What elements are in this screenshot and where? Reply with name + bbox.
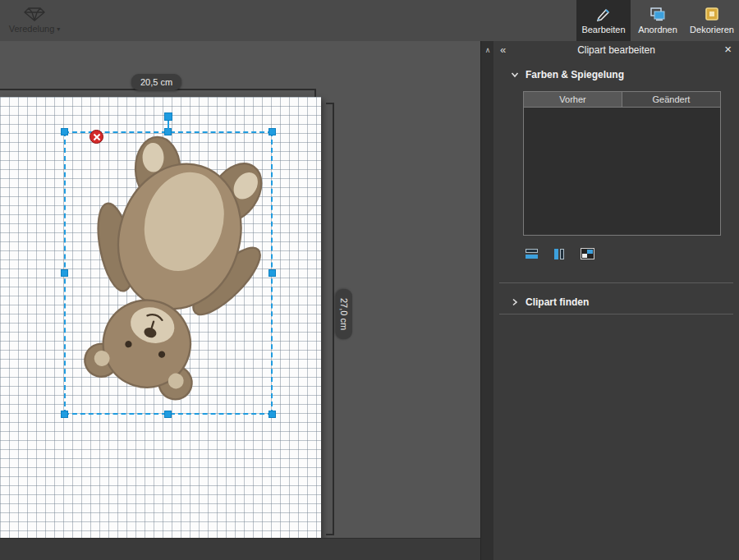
flip-vertical-icon	[526, 249, 538, 259]
canvas-workspace: 20,5 cm 27,0 cm	[0, 41, 480, 560]
horizontal-scrollbar[interactable]	[0, 538, 480, 560]
rotation-handle-line	[168, 120, 169, 131]
vertical-scrollbar[interactable]: ∧	[480, 41, 494, 560]
replace-image-icon	[581, 248, 594, 259]
section-farben-spiegelung[interactable]: Farben & Spiegelung	[511, 69, 624, 80]
page-width-label: 20,5 cm	[131, 74, 181, 90]
resize-handle-e[interactable]	[269, 269, 276, 277]
resize-handle-nw[interactable]	[61, 128, 68, 135]
rotation-handle[interactable]	[164, 112, 172, 121]
top-toolbar: Veredelung ▾ Bearbeiten Anordnen	[0, 0, 739, 41]
gem-icon	[24, 7, 45, 21]
section-clipart-finden[interactable]: Clipart finden	[511, 296, 589, 308]
horizontal-ruler-cap	[314, 89, 316, 97]
tab-anordnen[interactable]: Anordnen	[631, 0, 685, 41]
close-icon[interactable]: ×	[724, 43, 732, 56]
section-label: Farben & Spiegelung	[526, 69, 624, 80]
table-header-row: Vorher Geändert	[524, 92, 720, 107]
tab-label: Anordnen	[638, 25, 677, 34]
tab-dekorieren[interactable]: Dekorieren	[685, 0, 739, 41]
resize-handle-s[interactable]	[164, 411, 172, 418]
before-after-table: Vorher Geändert	[523, 91, 721, 236]
column-geaendert[interactable]: Geändert	[622, 92, 720, 107]
flip-horizontal-button[interactable]	[551, 246, 567, 261]
mirror-tools-row	[523, 246, 595, 261]
vertical-ruler-line	[333, 103, 334, 535]
panel-divider	[499, 314, 733, 314]
decorate-sticker-icon	[705, 7, 719, 21]
veredelung-tool[interactable]: Veredelung ▾	[0, 0, 74, 41]
edit-pen-icon	[595, 7, 612, 21]
chevron-down-icon	[511, 71, 519, 79]
replace-image-button[interactable]	[579, 246, 595, 261]
tab-bearbeiten[interactable]: Bearbeiten	[576, 0, 631, 41]
panel-header: « Clipart bearbeiten ×	[493, 41, 739, 61]
column-vorher[interactable]: Vorher	[524, 92, 622, 107]
arrange-windows-icon	[649, 7, 666, 21]
color-compare-area	[524, 107, 720, 235]
application-window: Veredelung ▾ Bearbeiten Anordnen	[0, 0, 739, 560]
panel-divider	[499, 282, 733, 283]
scroll-up-icon[interactable]: ∧	[481, 41, 494, 54]
veredelung-label: Veredelung ▾	[9, 24, 61, 34]
vertical-ruler-cap-top	[326, 103, 334, 104]
page-height-label: 27,0 cm	[336, 289, 352, 339]
resize-handle-sw[interactable]	[61, 411, 68, 418]
resize-handle-w[interactable]	[61, 269, 68, 277]
pivot-point-icon[interactable]	[90, 130, 103, 144]
tab-label: Bearbeiten	[581, 25, 625, 34]
panel-title: Clipart bearbeiten	[493, 44, 739, 56]
flip-vertical-button[interactable]	[523, 246, 539, 261]
resize-handle-se[interactable]	[269, 411, 276, 418]
chevron-down-icon: ▾	[57, 25, 60, 33]
vertical-ruler-cap-bottom	[326, 534, 334, 535]
chevron-right-icon	[511, 298, 519, 306]
section-label: Clipart finden	[526, 296, 589, 308]
ribbon-tabs: Bearbeiten Anordnen Dekorieren	[576, 0, 739, 41]
resize-handle-ne[interactable]	[269, 128, 276, 135]
selection-frame[interactable]	[64, 131, 273, 415]
tab-label: Dekorieren	[690, 25, 734, 34]
flip-horizontal-icon	[554, 249, 564, 259]
clipart-edit-panel: « Clipart bearbeiten × Farben & Spiegelu…	[493, 41, 739, 560]
